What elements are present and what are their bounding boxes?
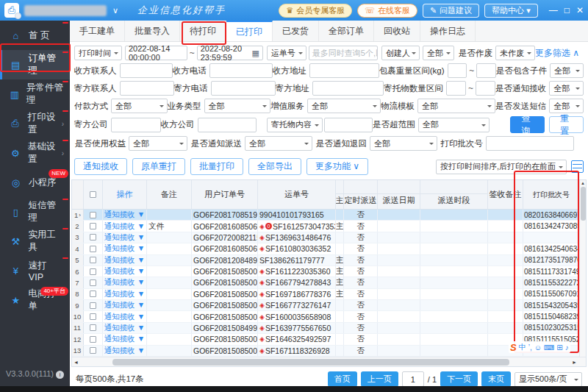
receiver-address-input[interactable] — [309, 63, 379, 78]
receiver-company-input[interactable] — [198, 118, 257, 132]
sidebar-item[interactable]: ⚙ 基础设置 › — [0, 138, 70, 168]
reset-button[interactable]: 重置 — [549, 116, 584, 133]
select-all-checkbox[interactable] — [90, 191, 96, 198]
vertical-scroll-thumb[interactable] — [581, 187, 586, 221]
sender-phone-input[interactable] — [211, 81, 276, 96]
void-select[interactable]: 未作废 — [495, 46, 535, 60]
sender-company-input[interactable] — [111, 118, 161, 132]
receiver-contact-input[interactable] — [120, 63, 173, 78]
sort-order-select[interactable]: 按打印时间排序,后打印的在前面 — [436, 160, 567, 174]
row-action-link[interactable]: 通知揽收 ▼ — [103, 334, 147, 344]
row-action-link[interactable]: 通知揽收 ▼ — [103, 243, 147, 254]
row-action-link[interactable]: 通知揽收 ▼ — [103, 311, 147, 321]
sidebar-item[interactable]: ⎙ 打印设置 › — [0, 109, 70, 138]
tab[interactable]: 手工建单 — [70, 21, 125, 41]
row-checkbox[interactable] — [90, 268, 96, 275]
row-action-link[interactable]: 通知揽收 ▼ — [103, 323, 147, 333]
scroll-left-arrow[interactable]: ◄ — [72, 360, 80, 365]
tab[interactable]: 回收站 — [374, 21, 420, 41]
maximize-button[interactable]: □ — [564, 5, 570, 15]
ime-voice-icon[interactable]: ♪ — [565, 343, 569, 352]
notify-return-select[interactable]: 全部 — [370, 136, 437, 151]
row-checkbox[interactable] — [90, 212, 96, 218]
tab[interactable]: 已打印 — [226, 21, 273, 41]
toolbar-button[interactable]: 全部导出 — [248, 158, 301, 175]
ime-toolbox-icon[interactable]: ⊞ — [556, 343, 562, 352]
page-number-input[interactable]: 1 — [402, 371, 424, 387]
row-action-link[interactable]: 通知揽收 ▼ — [103, 277, 147, 288]
scroll-up-arrow[interactable]: ▲ — [581, 180, 585, 186]
business-type-select[interactable]: 全部 — [204, 99, 271, 113]
table-row[interactable]: 7 通知揽收 ▼ GO6F2081508500735 ◈SF1667794278… — [72, 277, 586, 288]
calendar-icon[interactable]: ▦ — [251, 49, 259, 58]
creator-field-select[interactable]: 创建人 — [381, 46, 420, 60]
batch-no-input[interactable] — [486, 136, 574, 151]
row-checkbox[interactable] — [90, 291, 96, 297]
close-button[interactable]: ✕ — [576, 5, 584, 15]
toolbar-button[interactable]: 原单重打 — [132, 158, 185, 175]
row-action-link[interactable]: 通知揽收 ▼ — [103, 210, 147, 220]
table-row[interactable]: 4 通知揽收 ▼ GO6F2081608506013 ◈SF1610803036… — [72, 243, 586, 254]
weight-max-input[interactable] — [476, 63, 496, 78]
row-checkbox[interactable] — [90, 302, 96, 309]
out-of-range-select[interactable]: 全部 — [418, 118, 490, 132]
minimize-button[interactable]: — — [549, 5, 558, 15]
table-row[interactable]: 10 通知揽收 ▼ GO6F2081508500708 ◈SF160003565… — [72, 311, 586, 322]
logistics-template-select[interactable]: 全部 — [417, 99, 495, 113]
row-checkbox[interactable] — [90, 336, 96, 343]
row-action-link[interactable]: 通知揽收 ▼ — [103, 266, 147, 277]
sidebar-item[interactable]: ▤ 订单管理 — [0, 50, 70, 79]
subparcel-select[interactable]: 全部 — [550, 63, 584, 78]
notify-delivery-select[interactable]: 全部 — [245, 136, 312, 151]
row-action-link[interactable]: 通知揽收 ▼ — [103, 221, 147, 231]
sidebar-item[interactable]: ◎ 小程序 NEW — [0, 168, 70, 197]
tab[interactable]: 操作日志 — [420, 21, 476, 41]
notify-pickup-select[interactable]: 全部 — [549, 81, 584, 96]
ime-chinese-mode-icon[interactable]: 中 — [519, 342, 526, 352]
rights-select[interactable]: 全部 — [129, 136, 187, 151]
horizontal-scrollbar[interactable]: ◄ ► — [72, 357, 586, 366]
sogou-logo-icon[interactable]: S — [510, 342, 517, 353]
toolbar-button[interactable]: 通知揽收 — [74, 158, 127, 175]
table-row[interactable]: 9 通知揽收 ▼ GO6F2081508500718 ◈SF1667773276… — [72, 300, 586, 311]
last-page-button[interactable]: 末页 — [481, 371, 511, 387]
table-row[interactable]: 5 通知揽收 ▼ GO6F2081208489883 SF13862611797… — [72, 255, 586, 266]
table-row[interactable]: 11 通知揽收 ▼ GO6F2081508499882 ◈SF163977556… — [72, 323, 586, 334]
tab[interactable]: 已发货 — [273, 21, 319, 41]
value-service-select[interactable]: 全部 — [307, 99, 381, 113]
table-row[interactable]: 1› 通知揽收 ▼ GO6F2081708519306 990410101793… — [72, 210, 586, 221]
search-field-select[interactable]: 运单号 — [267, 46, 306, 60]
row-checkbox[interactable] — [90, 257, 96, 263]
row-action-link[interactable]: 通知揽收 ▼ — [103, 346, 147, 356]
row-checkbox[interactable] — [90, 234, 96, 240]
content-field-select[interactable]: 寄托物内容 — [267, 118, 323, 132]
sidebar-item[interactable]: ▥ 异常件管理 — [0, 79, 70, 109]
toolbar-button[interactable]: 批量打印 — [190, 158, 243, 175]
qty-min-input[interactable] — [446, 81, 466, 96]
tab[interactable]: 待打印 — [180, 21, 226, 41]
time-field-select[interactable]: 打印时间 — [74, 46, 122, 60]
row-checkbox[interactable] — [90, 347, 96, 354]
ime-emoji-icon[interactable]: ☺ — [534, 343, 542, 352]
date-to-input[interactable]: 2022-08-20 23:59:59 ▦ — [197, 46, 263, 60]
help-center-button[interactable]: 帮助中心 ▾ — [484, 4, 538, 18]
row-action-link[interactable]: 通知揽收 ▼ — [103, 232, 147, 243]
row-checkbox[interactable] — [90, 223, 96, 229]
content-input[interactable] — [324, 118, 373, 132]
sidebar-item[interactable]: ★ 电商打单 40+平台 — [0, 285, 70, 315]
page-size-select[interactable]: 显示500条/页 — [514, 372, 582, 387]
more-filters-link[interactable]: 更多筛选 ∧ — [535, 47, 579, 60]
tab[interactable]: 全部订单 — [319, 21, 374, 41]
payment-select[interactable]: 全部 — [111, 99, 168, 113]
table-row[interactable]: 6 通知揽收 ▼ GO6F2081508500295 ◈SF1611223035… — [72, 266, 586, 277]
sms-select[interactable]: 全部 — [549, 99, 584, 113]
table-row[interactable]: 2 通知揽收 ▼ 文件 GO6F2081608506021 ◈0SF161257… — [72, 221, 586, 232]
row-checkbox[interactable] — [90, 246, 96, 252]
vip-service-button[interactable]: ♛会员专属客服 — [279, 4, 352, 18]
scroll-right-arrow[interactable]: ► — [570, 360, 578, 365]
column-settings-icon[interactable] — [571, 160, 584, 173]
date-from-input[interactable]: 2022-08-14 00:00:00 — [125, 46, 187, 60]
query-button[interactable]: 查询 — [510, 116, 545, 133]
row-checkbox[interactable] — [90, 324, 96, 331]
sidebar-item[interactable]: ⌂ 首 页 — [0, 21, 70, 50]
